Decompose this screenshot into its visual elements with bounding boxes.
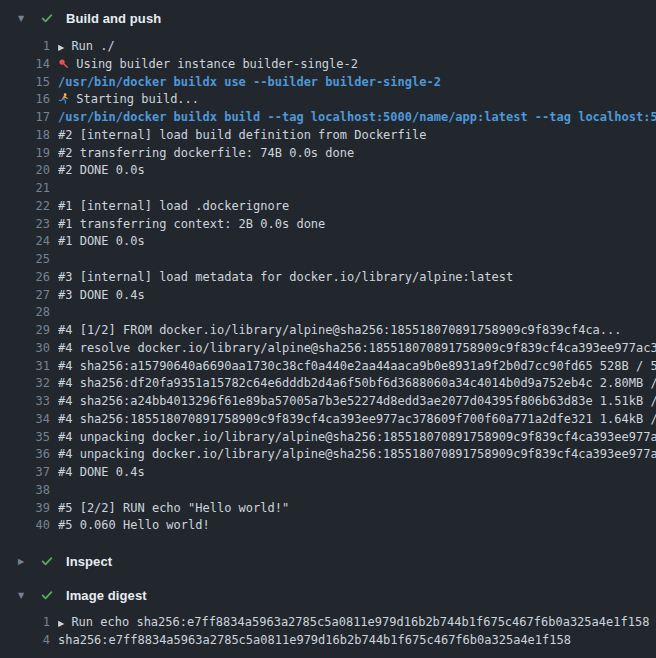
section-title: Build and push bbox=[66, 11, 161, 26]
line-content: #2 transferring dockerfile: 74B 0.0s don… bbox=[58, 145, 656, 163]
line-number[interactable]: 28 bbox=[0, 304, 50, 322]
line-content: Starting build... bbox=[58, 91, 656, 109]
line-number[interactable]: 19 bbox=[0, 145, 50, 163]
log-line: 19 #2 transferring dockerfile: 74B 0.0s … bbox=[0, 145, 656, 163]
section-title: Inspect bbox=[66, 554, 112, 569]
section-header-image-digest[interactable]: ▼ Image digest bbox=[0, 585, 656, 605]
line-number[interactable]: 37 bbox=[0, 464, 50, 482]
line-content: /usr/bin/docker buildx use --builder bui… bbox=[58, 74, 656, 92]
line-number[interactable]: 17 bbox=[0, 109, 50, 127]
line-number[interactable]: 18 bbox=[0, 127, 50, 145]
line-content bbox=[58, 251, 656, 269]
line-number[interactable]: 24 bbox=[0, 233, 50, 251]
log-line: 34 #4 sha256:185518070891758909c9f839cf4… bbox=[0, 411, 656, 429]
line-number[interactable]: 34 bbox=[0, 411, 50, 429]
line-content: #1 [internal] load .dockerignore bbox=[58, 198, 656, 216]
line-number[interactable]: 27 bbox=[0, 287, 50, 305]
log-line: 33 #4 sha256:a24bb4013296f61e89ba57005a7… bbox=[0, 393, 656, 411]
log-line: 26 #3 [internal] load metadata for docke… bbox=[0, 269, 656, 287]
line-content: sha256:e7ff8834a5963a2785c5a0811e979d16b… bbox=[58, 632, 656, 650]
log-line: 17 /usr/bin/docker buildx build --tag lo… bbox=[0, 109, 656, 127]
line-content bbox=[58, 482, 656, 500]
log-section: ▼ Image digest 1 ▶ Run echo sha256:e7ff8… bbox=[0, 585, 656, 650]
log-line: 31 #4 sha256:a15790640a6690aa1730c38cf0a… bbox=[0, 358, 656, 376]
line-number[interactable]: 1 bbox=[0, 38, 50, 56]
line-number[interactable]: 25 bbox=[0, 251, 50, 269]
section-header-inspect[interactable]: ▶ Inspect bbox=[0, 551, 656, 571]
run-expander-icon[interactable]: ▶ bbox=[58, 43, 64, 52]
line-content: #4 [1/2] FROM docker.io/library/alpine@s… bbox=[58, 322, 656, 340]
line-number[interactable]: 39 bbox=[0, 500, 50, 518]
line-content: #4 unpacking docker.io/library/alpine@sh… bbox=[58, 429, 656, 447]
line-number[interactable]: 26 bbox=[0, 269, 50, 287]
line-number[interactable]: 16 bbox=[0, 91, 50, 109]
line-content: #5 [2/2] RUN echo "Hello world!" bbox=[58, 500, 656, 518]
log-line: 24 #1 DONE 0.0s bbox=[0, 233, 656, 251]
line-number[interactable]: 30 bbox=[0, 340, 50, 358]
line-number[interactable]: 4 bbox=[0, 632, 50, 650]
log-line: 35 #4 unpacking docker.io/library/alpine… bbox=[0, 429, 656, 447]
line-number[interactable]: 33 bbox=[0, 393, 50, 411]
line-number[interactable]: 29 bbox=[0, 322, 50, 340]
line-number[interactable]: 15 bbox=[0, 74, 50, 92]
line-number[interactable]: 38 bbox=[0, 482, 50, 500]
section-header-build-and-push[interactable]: ▼ Build and push bbox=[0, 8, 656, 28]
line-number[interactable]: 20 bbox=[0, 162, 50, 180]
section-expander-icon[interactable]: ▼ bbox=[18, 591, 30, 600]
log-line: 21 bbox=[0, 180, 656, 198]
line-number[interactable]: 14 bbox=[0, 56, 50, 74]
line-content: #5 0.060 Hello world! bbox=[58, 517, 656, 535]
section-title: Image digest bbox=[66, 588, 147, 603]
log-line: 32 #4 sha256:df20fa9351a15782c64e6dddb2d… bbox=[0, 375, 656, 393]
run-expander-icon[interactable]: ▶ bbox=[58, 619, 64, 628]
line-content: #4 sha256:a24bb4013296f61e89ba57005a7b3e… bbox=[58, 393, 656, 411]
line-number[interactable]: 22 bbox=[0, 198, 50, 216]
log-line: 4 sha256:e7ff8834a5963a2785c5a0811e979d1… bbox=[0, 632, 656, 650]
line-content bbox=[58, 180, 656, 198]
log-line: 28 bbox=[0, 304, 656, 322]
line-number[interactable]: 32 bbox=[0, 375, 50, 393]
section-expander-icon[interactable]: ▶ bbox=[18, 557, 30, 566]
line-number[interactable]: 40 bbox=[0, 517, 50, 535]
log-line: 22 #1 [internal] load .dockerignore bbox=[0, 198, 656, 216]
line-content: #1 transferring context: 2B 0.0s done bbox=[58, 216, 656, 234]
log-line: 40 #5 0.060 Hello world! bbox=[0, 517, 656, 535]
log-section: ▼ Build and push 1 ▶ Run ./ 14 Using bui… bbox=[0, 0, 656, 535]
section-expander-icon[interactable]: ▼ bbox=[18, 14, 30, 23]
success-check-icon bbox=[40, 554, 54, 568]
line-content: #4 resolve docker.io/library/alpine@sha2… bbox=[58, 340, 656, 358]
log-line: 37 #4 DONE 0.4s bbox=[0, 464, 656, 482]
line-number[interactable]: 31 bbox=[0, 358, 50, 376]
line-content: ▶ Run ./ bbox=[58, 38, 656, 56]
line-content: #2 [internal] load build definition from… bbox=[58, 127, 656, 145]
log-line: 1 ▶ Run echo sha256:e7ff8834a5963a2785c5… bbox=[0, 614, 656, 632]
runner-icon bbox=[58, 93, 69, 104]
log-line: 29 #4 [1/2] FROM docker.io/library/alpin… bbox=[0, 322, 656, 340]
log-section: ▶ Inspect bbox=[0, 551, 656, 571]
log-line: 27 #3 DONE 0.4s bbox=[0, 287, 656, 305]
line-content: #4 unpacking docker.io/library/alpine@sh… bbox=[58, 446, 656, 464]
line-number[interactable]: 1 bbox=[0, 614, 50, 632]
log-line: 15 /usr/bin/docker buildx use --builder … bbox=[0, 74, 656, 92]
success-check-icon bbox=[40, 11, 54, 25]
line-number[interactable]: 36 bbox=[0, 446, 50, 464]
line-content: Using builder instance builder-single-2 bbox=[58, 56, 656, 74]
log-line: 30 #4 resolve docker.io/library/alpine@s… bbox=[0, 340, 656, 358]
line-number[interactable]: 23 bbox=[0, 216, 50, 234]
section-log-lines: 1 ▶ Run echo sha256:e7ff8834a5963a2785c5… bbox=[0, 614, 656, 650]
log-line: 36 #4 unpacking docker.io/library/alpine… bbox=[0, 446, 656, 464]
line-content: #4 sha256:185518070891758909c9f839cf4ca3… bbox=[58, 411, 656, 429]
line-content: #4 DONE 0.4s bbox=[58, 464, 656, 482]
line-content: #2 DONE 0.0s bbox=[58, 162, 656, 180]
line-content: #3 [internal] load metadata for docker.i… bbox=[58, 269, 656, 287]
line-content: /usr/bin/docker buildx build --tag local… bbox=[58, 109, 656, 127]
log-line: 38 bbox=[0, 482, 656, 500]
line-number[interactable]: 35 bbox=[0, 429, 50, 447]
log-line: 23 #1 transferring context: 2B 0.0s done bbox=[0, 216, 656, 234]
section-log-lines: 1 ▶ Run ./ 14 Using builder instance bui… bbox=[0, 38, 656, 535]
line-number[interactable]: 21 bbox=[0, 180, 50, 198]
log-line: 14 Using builder instance builder-single… bbox=[0, 56, 656, 74]
success-check-icon bbox=[40, 588, 54, 602]
line-content: #4 sha256:a15790640a6690aa1730c38cf0a440… bbox=[58, 358, 656, 376]
line-content: #3 DONE 0.4s bbox=[58, 287, 656, 305]
